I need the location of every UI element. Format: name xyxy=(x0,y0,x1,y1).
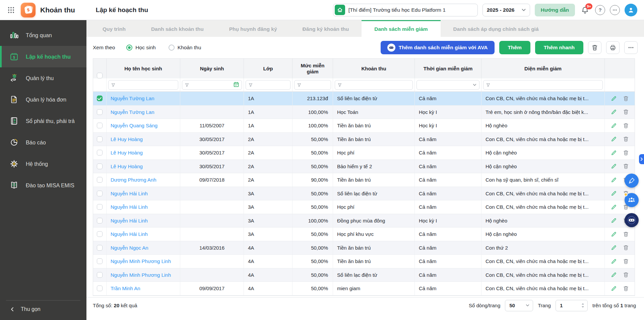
delete-trash-icon[interactable] xyxy=(623,231,629,237)
add-with-ava-button[interactable]: Thêm danh sách miễn giảm với AVA xyxy=(381,41,495,54)
student-name-link[interactable]: Dương Phương Anh xyxy=(111,177,156,183)
add-button[interactable]: Thêm xyxy=(499,41,530,54)
student-name-link[interactable]: Lê Huy Hoàng xyxy=(111,164,143,169)
printer-icon[interactable] xyxy=(606,41,620,54)
sidebar-item-lap-ke-hoach-thu[interactable]: $ Lập kế hoạch thu xyxy=(0,46,86,67)
category-filter-input[interactable] xyxy=(483,80,603,90)
student-name-link[interactable]: Nguyễn Tường Lan xyxy=(111,109,154,115)
row-checkbox[interactable] xyxy=(97,272,103,278)
student-name-link[interactable]: Nguyễn Minh Phương Linh xyxy=(111,272,171,278)
amount-filter-input[interactable] xyxy=(294,80,331,90)
row-checkbox[interactable] xyxy=(97,218,103,223)
sidebar-item-quan-ly-hoa-don[interactable]: Quản lý hóa đơn xyxy=(0,89,86,110)
school-year-select[interactable]: 2025 - 2026 xyxy=(482,4,530,16)
delete-trash-icon[interactable] xyxy=(623,150,629,156)
row-checkbox[interactable] xyxy=(97,123,103,128)
edit-pencil-icon[interactable] xyxy=(611,163,617,169)
birth-filter-input[interactable] xyxy=(182,80,242,90)
student-name-link[interactable]: Nguyễn Quang Sáng xyxy=(111,123,157,128)
sidebar-item-bao-cao[interactable]: Báo cáo xyxy=(0,132,86,153)
delete-trash-icon[interactable] xyxy=(623,109,629,115)
row-checkbox[interactable] xyxy=(97,285,103,291)
radio-option[interactable]: Khoản thu xyxy=(169,45,201,51)
row-checkbox[interactable] xyxy=(97,258,103,264)
edit-pencil-icon[interactable] xyxy=(611,150,617,156)
row-checkbox[interactable] xyxy=(97,177,103,183)
more-actions-icon[interactable] xyxy=(624,41,638,54)
delete-toolbar-icon[interactable] xyxy=(588,41,601,54)
student-name-link[interactable]: Nguyễn Hải Linh xyxy=(111,191,148,196)
row-checkbox[interactable] xyxy=(97,164,103,169)
edit-pencil-icon[interactable] xyxy=(611,190,617,196)
student-name-link[interactable]: Nguyễn Hải Linh xyxy=(111,204,148,210)
row-checkbox[interactable] xyxy=(97,109,103,115)
student-name-link[interactable]: Lê Huy Hoàng xyxy=(111,136,143,142)
delete-trash-icon[interactable] xyxy=(623,272,629,278)
app-grid-icon[interactable] xyxy=(7,6,15,14)
name-filter-input[interactable] xyxy=(108,80,178,90)
edit-pencil-icon[interactable] xyxy=(611,95,617,102)
side-panel-expand-handle[interactable] xyxy=(639,154,644,164)
customize-brush-button[interactable] xyxy=(625,174,639,188)
step-up-icon[interactable] xyxy=(581,303,584,305)
delete-trash-icon[interactable] xyxy=(623,95,629,102)
period-filter-select[interactable] xyxy=(416,80,479,90)
tab[interactable]: Danh sách miễn giảm xyxy=(362,20,440,37)
tab[interactable]: Phụ huynh đăng ký xyxy=(216,20,290,37)
sidebar-item-dao-tao[interactable]: Đào tạo MISA EMIS xyxy=(0,175,86,196)
student-name-link[interactable]: Lê Huy Hoàng xyxy=(111,150,143,155)
more-options-icon[interactable] xyxy=(610,5,620,15)
delete-trash-icon[interactable] xyxy=(623,245,629,251)
row-checkbox[interactable] xyxy=(97,150,103,155)
row-checkbox[interactable] xyxy=(97,136,103,142)
edit-pencil-icon[interactable] xyxy=(611,177,617,183)
notification-bell-icon[interactable]: 9+ xyxy=(580,5,590,15)
delete-trash-icon[interactable] xyxy=(623,163,629,169)
row-checkbox[interactable] xyxy=(97,95,103,101)
user-avatar[interactable] xyxy=(625,4,637,16)
delete-trash-icon[interactable] xyxy=(623,136,629,142)
edit-pencil-icon[interactable] xyxy=(611,136,617,142)
student-name-link[interactable]: Trần Minh An xyxy=(111,285,140,291)
select-all-checkbox[interactable] xyxy=(97,73,103,78)
delete-trash-icon[interactable] xyxy=(623,285,629,292)
ava-assistant-button[interactable] xyxy=(625,213,639,227)
quick-add-button[interactable]: Thêm nhanh xyxy=(535,41,583,54)
calendar-icon[interactable] xyxy=(234,82,239,88)
edit-pencil-icon[interactable] xyxy=(611,217,617,223)
rows-per-page-select[interactable]: 50 xyxy=(505,300,533,311)
student-name-link[interactable]: Nguyễn Hải Linh xyxy=(111,218,148,223)
sidebar-item-tong-quan[interactable]: Tổng quan xyxy=(0,24,86,46)
edit-pencil-icon[interactable] xyxy=(611,285,617,292)
sidebar-item-he-thong[interactable]: Hệ thống xyxy=(0,153,86,175)
edit-pencil-icon[interactable] xyxy=(611,272,617,278)
tab[interactable]: Danh sách áp dụng chính sách giá xyxy=(441,20,552,37)
student-name-link[interactable]: Nguyễn Tường Lan xyxy=(111,95,154,101)
fee-filter-input[interactable] xyxy=(335,80,413,90)
tab[interactable]: Danh sách khoản thu xyxy=(138,20,216,37)
row-checkbox[interactable] xyxy=(97,245,103,251)
student-name-link[interactable]: Nguyễn Hải Linh xyxy=(111,231,148,237)
edit-pencil-icon[interactable] xyxy=(611,204,617,210)
row-checkbox[interactable] xyxy=(97,191,103,196)
student-name-link[interactable]: Nguyễn Minh Phương Linh xyxy=(111,258,171,264)
sidebar-collapse-button[interactable]: Thu gọn xyxy=(0,301,86,317)
student-name-link[interactable]: Nguyễn Ngọc An xyxy=(111,245,148,251)
edit-pencil-icon[interactable] xyxy=(611,123,617,129)
school-selector[interactable]: [Thí điểm] Trường tiểu học Edu Platform … xyxy=(333,4,478,16)
edit-pencil-icon[interactable] xyxy=(611,258,617,264)
delete-trash-icon[interactable] xyxy=(623,123,629,129)
step-down-icon[interactable] xyxy=(581,306,584,308)
tab[interactable]: Đăng ký khoản thu xyxy=(290,20,362,37)
help-icon[interactable]: ? xyxy=(595,5,605,15)
class-filter-input[interactable] xyxy=(246,80,291,90)
delete-trash-icon[interactable] xyxy=(623,258,629,264)
tab[interactable]: Quy trình xyxy=(90,20,138,37)
sidebar-item-so-phai-thu[interactable]: $ Sổ phải thu, phải trả xyxy=(0,110,86,132)
edit-pencil-icon[interactable] xyxy=(611,109,617,115)
page-number-input[interactable]: 1 xyxy=(556,300,588,311)
radio-option[interactable]: Học sinh xyxy=(126,45,155,51)
row-checkbox[interactable] xyxy=(97,204,103,210)
sidebar-item-quan-ly-thu[interactable]: $ Quản lý thu xyxy=(0,67,86,89)
edit-pencil-icon[interactable] xyxy=(611,245,617,251)
